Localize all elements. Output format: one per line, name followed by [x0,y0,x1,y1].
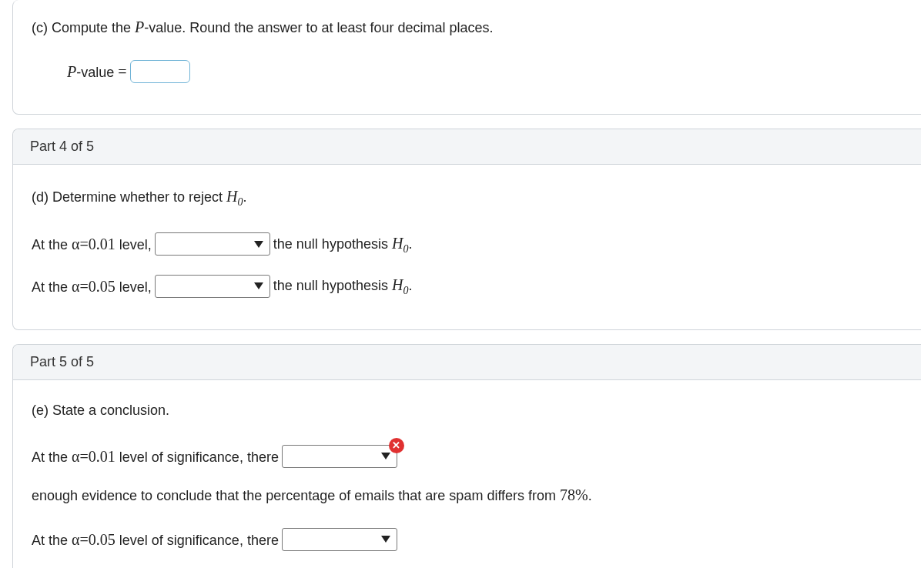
part-5-header: Part 5 of 5 [13,345,921,380]
part-c-prompt: (c) Compute the P-value. Round the answe… [32,14,909,40]
text: the null hypothesis H0. [273,229,413,260]
text: enough evidence to conclude that the per… [32,561,592,568]
p-var: P [135,18,144,35]
reject-row-2: At the α=0.05 level, the null hypothesis… [32,270,909,302]
conclusion-row-2: At the α=0.05 level of significance, the… [32,523,909,568]
dot: . [243,189,247,205]
text: At the α=0.01 level, [32,229,152,259]
reject-row-1: At the α=0.01 level, the null hypothesis… [32,229,909,260]
part-d-prompt: (d) Determine whether to reject H0. [32,183,909,212]
h0: H0 [226,188,243,205]
conclusion-select-2[interactable] [282,528,397,551]
text: enough evidence to conclude that the per… [32,478,592,512]
equals: = [118,63,126,80]
text: At the α=0.05 level, [32,272,152,301]
chevron-down-icon [381,453,390,459]
chevron-down-icon [381,536,390,543]
text: (c) Compute the [32,20,135,35]
p-value-label: P-value = [67,57,127,86]
part-5-panel: Part 5 of 5 (e) State a conclusion. At t… [12,344,921,568]
p-value-input[interactable] [130,60,190,83]
text: -value [76,65,114,80]
part-c-panel: (c) Compute the P-value. Round the answe… [12,0,921,115]
chevron-down-icon [254,241,263,248]
text: At the α=0.05 level of significance, the… [32,523,279,556]
error-icon: ✕ [389,438,404,453]
text: (d) Determine whether to reject [32,189,226,205]
text: At the α=0.01 level of significance, the… [32,439,279,473]
text: -value. Round the answer to at least fou… [144,20,493,35]
reject-select-2[interactable] [155,275,270,298]
part-4-panel: Part 4 of 5 (d) Determine whether to rej… [12,129,921,330]
p-value-row: P-value = [67,57,909,86]
chevron-down-icon [254,282,263,289]
part-e-prompt: (e) State a conclusion. [32,399,909,423]
conclusion-row-1: At the α=0.01 level of significance, the… [32,439,909,512]
text: the null hypothesis H0. [273,270,413,302]
p-var: P [67,63,76,80]
reject-select-1[interactable] [155,232,270,256]
conclusion-select-1[interactable]: ✕ [282,445,397,468]
part-4-header: Part 4 of 5 [13,129,921,165]
